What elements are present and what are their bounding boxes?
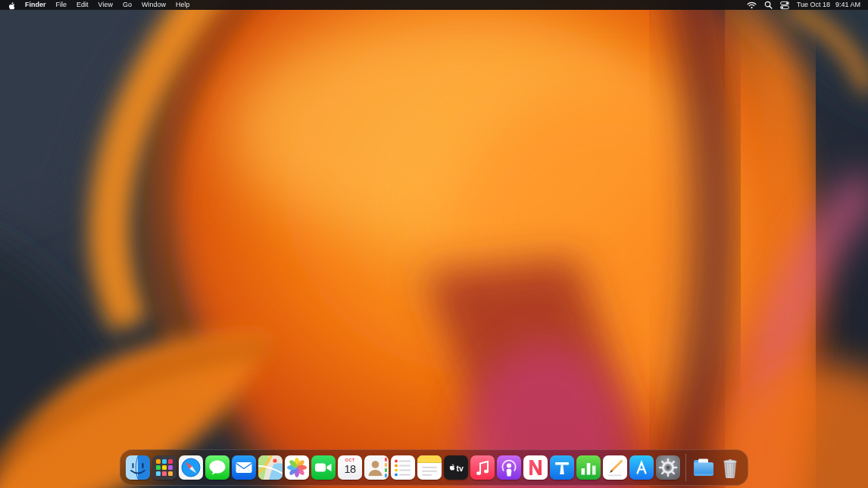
messages-icon[interactable] (205, 455, 229, 480)
news-icon[interactable] (523, 455, 548, 480)
pages-icon[interactable] (603, 455, 627, 480)
menu-item-edit[interactable]: Edit (76, 0, 89, 10)
launchpad-icon[interactable] (152, 455, 176, 480)
finder-icon[interactable] (126, 455, 150, 480)
trash-icon[interactable] (718, 455, 742, 480)
system-settings-icon[interactable] (656, 455, 680, 480)
podcasts-icon[interactable] (497, 455, 521, 480)
menu-item-finder[interactable]: Finder (25, 0, 46, 10)
safari-icon[interactable] (179, 455, 203, 480)
dock: OCT 18 (120, 449, 748, 486)
reminders-icon[interactable] (391, 455, 415, 480)
app-store-icon[interactable] (629, 455, 654, 480)
dock-separator (685, 454, 686, 481)
calendar-day-label: 18 (344, 464, 355, 475)
menu-bar-left: Finder File Edit View Go Window Help (8, 0, 189, 10)
photos-icon[interactable] (285, 455, 309, 480)
menu-bar: Finder File Edit View Go Window Help (0, 0, 868, 10)
menu-item-window[interactable]: Window (142, 0, 166, 10)
desktop-wallpaper (0, 0, 868, 488)
apple-tv-label: tv (457, 464, 464, 473)
keynote-icon[interactable] (550, 455, 574, 480)
menu-bar-status: Tue Oct 18 9:41 AM (747, 0, 860, 10)
mail-icon[interactable] (232, 455, 256, 480)
maps-icon[interactable] (258, 455, 283, 480)
downloads-folder-icon[interactable] (692, 455, 716, 480)
clock-time: 9:41 AM (835, 0, 860, 10)
wifi-icon[interactable] (747, 2, 757, 9)
numbers-icon[interactable] (576, 455, 601, 480)
calendar-month-label: OCT (345, 458, 355, 463)
apple-icon[interactable] (8, 1, 15, 10)
facetime-icon[interactable] (311, 455, 336, 480)
spotlight-search-icon[interactable] (764, 1, 773, 9)
menu-item-go[interactable]: Go (123, 0, 132, 10)
menu-item-help[interactable]: Help (176, 0, 190, 10)
control-center-icon[interactable] (780, 1, 789, 10)
calendar-icon[interactable]: OCT 18 (338, 455, 362, 480)
menu-bar-clock[interactable]: Tue Oct 18 9:41 AM (797, 0, 860, 10)
music-icon[interactable] (470, 455, 495, 480)
notes-icon[interactable] (417, 455, 442, 480)
menu-item-view[interactable]: View (98, 0, 113, 10)
clock-date: Tue Oct 18 (797, 0, 830, 10)
contacts-icon[interactable] (364, 455, 389, 480)
menu-item-file[interactable]: File (56, 0, 67, 10)
apple-tv-icon[interactable]: tv (444, 455, 468, 480)
